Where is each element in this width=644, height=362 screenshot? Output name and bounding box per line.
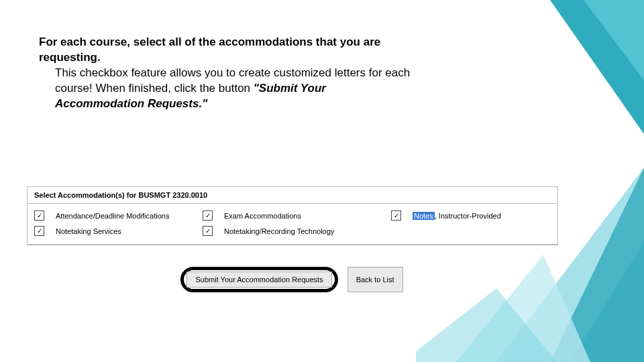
label-recording: Notetaking/Recording Technology — [224, 227, 382, 235]
submit-button[interactable]: Submit Your Accommodation Requests — [186, 272, 331, 288]
instruction-bold: For each course, select all of the accom… — [39, 36, 380, 64]
checkbox-notes-instructor[interactable]: ✓ — [391, 210, 401, 221]
instruction-body: This checkbox feature allows you to crea… — [55, 66, 410, 95]
label-notes-instructor: Notes, Instructor-Provided — [413, 212, 551, 220]
back-button[interactable]: Back to List — [347, 267, 403, 292]
checkbox-exam[interactable]: ✓ — [203, 210, 213, 221]
svg-marker-6 — [416, 288, 557, 362]
panel-header-prefix: Select Accommodation(s) for — [34, 191, 138, 199]
accommodations-grid: ✓ Attendance/Deadline Modifications ✓ Ex… — [28, 204, 557, 245]
submit-highlight-ring: Submit Your Accommodation Requests — [180, 267, 337, 292]
label-attendance: Attendance/Deadline Modifications — [56, 212, 193, 220]
svg-marker-2 — [570, 94, 644, 362]
decorative-background — [416, 0, 644, 362]
svg-marker-1 — [584, 0, 644, 80]
checkbox-attendance[interactable]: ✓ — [34, 210, 44, 221]
label-exam: Exam Accommodations — [224, 212, 382, 220]
label-notetaking: Notetaking Services — [56, 227, 193, 235]
button-row: Submit Your Accommodation Requests Back … — [27, 267, 557, 292]
panel-course-code: BUSMGT 2320.0010 — [138, 191, 207, 199]
label-notes-rest: , Instructor-Provided — [435, 212, 501, 220]
panel-header: Select Accommodation(s) for BUSMGT 2320.… — [28, 187, 557, 204]
svg-marker-3 — [550, 168, 644, 362]
checkbox-recording[interactable]: ✓ — [203, 226, 213, 236]
instruction-text: For each course, select all of the accom… — [39, 35, 415, 112]
label-notes-highlight: Notes — [413, 212, 435, 220]
checkbox-notetaking[interactable]: ✓ — [34, 226, 44, 236]
svg-marker-0 — [550, 0, 644, 134]
accommodations-panel: Select Accommodation(s) for BUSMGT 2320.… — [27, 186, 558, 245]
